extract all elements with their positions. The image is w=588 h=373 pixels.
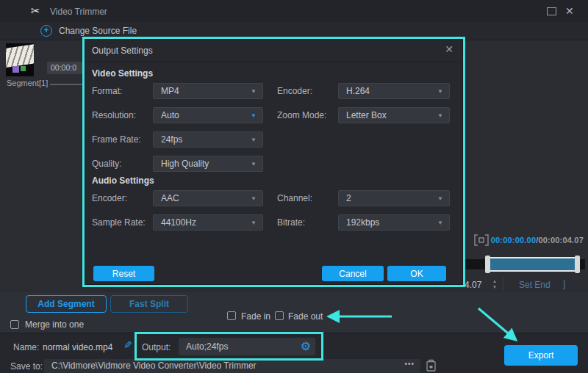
segment-thumbnail[interactable] — [6, 43, 34, 76]
segment-label: Segment[1] — [7, 79, 48, 87]
dialog-title: Output Settings — [92, 46, 153, 56]
chevron-down-icon: ▼ — [251, 88, 257, 95]
timeline-selection[interactable] — [487, 257, 578, 272]
add-segment-button[interactable]: Add Segment — [26, 295, 107, 313]
save-path-value: C:\Vidmore\Vidmore Video Converter\Video… — [51, 361, 257, 371]
chevron-down-icon: ▼ — [437, 88, 443, 95]
output-settings-dialog: Output Settings ✕ Video Settings Format:… — [82, 37, 465, 287]
segment-timestamp: 00:00:0 — [47, 62, 83, 74]
zoom-mode-select[interactable]: Letter Box▼ — [338, 107, 450, 123]
quality-select[interactable]: High Quality▼ — [153, 156, 263, 172]
trim-end-handle[interactable] — [575, 256, 580, 273]
frame-rate-label: Frame Rate: — [92, 131, 141, 148]
set-end-bracket-icon: ] — [563, 279, 565, 289]
window-title: Video Trimmer — [50, 7, 107, 17]
encoder-label: Encoder: — [277, 83, 312, 99]
sample-rate-select[interactable]: 44100Hz▼ — [153, 214, 263, 231]
end-time-input[interactable]: 4.07 — [465, 280, 481, 290]
audio-settings-heading: Audio Settings — [92, 175, 154, 186]
add-source-icon[interactable]: + — [40, 25, 52, 37]
chevron-down-icon: ▼ — [437, 112, 443, 119]
cancel-button[interactable]: Cancel — [322, 266, 384, 281]
merge-into-one-checkbox[interactable] — [10, 320, 19, 329]
resolution-label: Resolution: — [92, 107, 136, 123]
output-label: Output: — [142, 342, 171, 352]
set-end-button[interactable]: Set End — [519, 280, 551, 290]
file-name-value: normal video.mp4 — [43, 342, 112, 352]
segment-duration-bar — [50, 84, 83, 85]
edit-name-icon[interactable]: ✎ — [123, 339, 132, 351]
chevron-down-icon: ▼ — [251, 220, 257, 226]
trim-start-handle[interactable] — [485, 256, 490, 273]
fast-split-button[interactable]: Fast Split — [110, 295, 188, 313]
browse-folder-button[interactable]: ••• — [404, 360, 415, 368]
bitrate-select[interactable]: 192kbps▼ — [338, 214, 450, 231]
chevron-down-icon: ▼ — [251, 137, 257, 143]
total-time: 00:00:04.07 — [538, 236, 584, 245]
open-folder-icon[interactable] — [425, 359, 440, 373]
window-close-button[interactable]: ✕ — [565, 5, 574, 17]
fade-out-label: Fade out — [288, 311, 323, 322]
chevron-down-icon: ▼ — [251, 161, 257, 167]
encoder-select[interactable]: H.264▼ — [338, 83, 450, 99]
name-label: Name: — [13, 342, 39, 352]
export-button[interactable]: Export — [504, 345, 578, 366]
frame-capture-icon[interactable] — [474, 234, 489, 248]
bitrate-label: Bitrate: — [277, 214, 305, 231]
fade-out-checkbox[interactable] — [275, 311, 284, 320]
fade-in-checkbox[interactable] — [227, 311, 236, 320]
resolution-select[interactable]: Auto▼ — [153, 107, 263, 123]
chevron-down-icon: ▼ — [251, 195, 257, 202]
maximize-button[interactable] — [547, 7, 556, 15]
channel-label: Channel: — [277, 190, 312, 206]
quality-label: Quality: — [92, 156, 122, 172]
frame-rate-select[interactable]: 24fps▼ — [153, 131, 263, 148]
end-time-stepper[interactable]: ▲▼ — [491, 278, 498, 290]
chevron-down-icon: ▼ — [437, 195, 443, 202]
change-source-file-button[interactable]: Change Source File — [59, 26, 137, 36]
sample-rate-label: Sample Rate: — [92, 214, 146, 231]
dialog-close-icon[interactable]: ✕ — [445, 43, 453, 55]
format-select[interactable]: MP4▼ — [153, 83, 263, 99]
audio-encoder-label: Encoder: — [92, 190, 127, 206]
chevron-down-icon: ▼ — [437, 220, 443, 226]
zoom-mode-label: Zoom Mode: — [277, 107, 326, 123]
reset-button[interactable]: Reset — [93, 266, 154, 281]
current-time: 00:00:00.00 — [491, 236, 537, 245]
save-to-label: Save to: — [10, 361, 43, 372]
ok-button[interactable]: OK — [387, 266, 446, 281]
playback-time: 00:00:00.00/00:00:04.07 — [491, 236, 584, 245]
fade-in-label: Fade in — [241, 311, 270, 322]
scissors-icon: ✂ — [31, 4, 40, 18]
output-format-field[interactable]: Auto;24fps ⚙ — [179, 338, 315, 355]
format-label: Format: — [92, 83, 122, 99]
video-settings-heading: Video Settings — [92, 68, 153, 79]
title-bar: ✂ Video Trimmer ✕ — [0, 0, 588, 22]
chevron-down-icon: ▼ — [251, 112, 257, 119]
output-settings-gear-icon[interactable]: ⚙ — [301, 339, 311, 353]
merge-into-one-label: Merge into one — [25, 319, 84, 330]
save-path-field[interactable]: C:\Vidmore\Vidmore Video Converter\Video… — [44, 359, 420, 373]
audio-encoder-select[interactable]: AAC▼ — [153, 190, 263, 206]
channel-select[interactable]: 2▼ — [338, 190, 450, 206]
output-format-value: Auto;24fps — [186, 341, 228, 352]
thumbnail-image — [6, 44, 34, 68]
